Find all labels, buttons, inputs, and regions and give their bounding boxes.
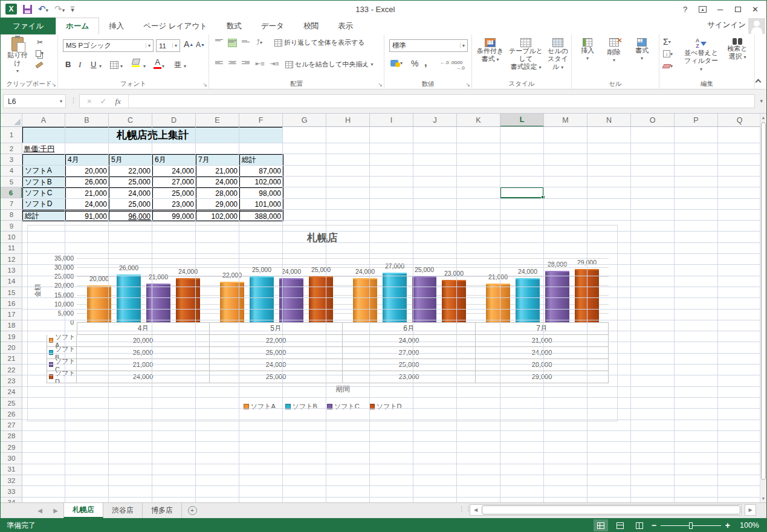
- tab-review[interactable]: 校閲: [294, 18, 328, 34]
- number-dialog-launcher-icon[interactable]: ↘: [465, 82, 470, 88]
- value-cell[interactable]: 25,000: [109, 199, 153, 210]
- bar-ソフトC-7月[interactable]: [545, 271, 569, 322]
- value-cell[interactable]: 25,000: [109, 177, 153, 188]
- zoom-slider[interactable]: [661, 525, 721, 526]
- col-header-L[interactable]: L: [500, 114, 544, 127]
- month-header-cell[interactable]: 総計: [240, 155, 283, 166]
- fill-color-icon[interactable]: [132, 59, 140, 67]
- row-header-3[interactable]: 3: [1, 154, 22, 165]
- font-color-icon[interactable]: A: [154, 57, 161, 69]
- value-cell[interactable]: 102,000: [196, 210, 240, 221]
- conditional-formatting-button[interactable]: 条件付き書式 ▾: [473, 38, 507, 63]
- row-header-7[interactable]: 7: [1, 199, 22, 210]
- value-cell[interactable]: 23,000: [153, 199, 196, 210]
- bar-ソフトD-5月[interactable]: [309, 276, 333, 322]
- value-cell[interactable]: 24,000: [109, 188, 153, 199]
- col-header-K[interactable]: K: [457, 114, 500, 127]
- save-icon[interactable]: [23, 5, 32, 14]
- font-dialog-launcher-icon[interactable]: ↘: [202, 82, 207, 88]
- row-label-cell[interactable]: ソフトA: [23, 166, 66, 177]
- zoom-out-icon[interactable]: −: [652, 521, 656, 530]
- minimize-icon[interactable]: ─: [711, 2, 729, 16]
- delete-cells-button[interactable]: ✕ 削除▾: [602, 38, 626, 64]
- col-header-D[interactable]: D: [152, 114, 196, 127]
- row-label-cell[interactable]: ソフトB: [23, 177, 66, 188]
- clipboard-dialog-launcher-icon[interactable]: ↘: [51, 82, 56, 88]
- format-painter-icon[interactable]: [36, 63, 43, 66]
- percent-style-icon[interactable]: %: [411, 59, 418, 68]
- col-header-H[interactable]: H: [326, 114, 370, 127]
- table-corner-cell[interactable]: [23, 155, 66, 166]
- align-center-icon[interactable]: [228, 61, 236, 68]
- row-header-24[interactable]: 24: [1, 387, 22, 398]
- legend-item-ソフトA[interactable]: ソフトA: [244, 402, 276, 411]
- sheet-tab-shibuya[interactable]: 渋谷店: [103, 503, 143, 518]
- col-header-N[interactable]: N: [587, 114, 631, 127]
- format-as-table-button[interactable]: テーブルとして書式設定 ▾: [507, 38, 545, 71]
- value-cell[interactable]: 388,000: [240, 210, 283, 221]
- legend-item-ソフトD[interactable]: ソフトD: [369, 402, 402, 411]
- tab-formulas[interactable]: 数式: [217, 18, 251, 34]
- row-header-22[interactable]: 22: [1, 365, 22, 375]
- sheet-tab-sapporo[interactable]: 札幌店: [63, 503, 103, 518]
- value-cell[interactable]: 96,000: [109, 210, 153, 221]
- accounting-format-icon[interactable]: ▾: [390, 59, 403, 67]
- row-header-9[interactable]: 9: [1, 221, 22, 232]
- sign-in-link[interactable]: サインイン: [707, 20, 746, 30]
- value-cell[interactable]: 20,000: [66, 166, 109, 177]
- row-header-27[interactable]: 27: [1, 420, 22, 431]
- bar-ソフトC-6月[interactable]: [412, 276, 436, 322]
- new-sheet-button[interactable]: +: [182, 503, 202, 518]
- align-right-icon[interactable]: [242, 61, 250, 68]
- scroll-left-icon[interactable]: ◀: [470, 507, 481, 513]
- row-header-14[interactable]: 14: [1, 276, 22, 287]
- col-header-Q[interactable]: Q: [718, 114, 761, 127]
- row-header-5[interactable]: 5: [1, 177, 22, 187]
- underline-button[interactable]: U: [91, 60, 96, 69]
- align-middle-icon[interactable]: [228, 39, 236, 47]
- bar-ソフトC-5月[interactable]: [279, 278, 303, 322]
- format-cells-button[interactable]: 書式▾: [630, 38, 654, 62]
- bar-ソフトA-7月[interactable]: [486, 284, 510, 322]
- enter-icon[interactable]: ✓: [100, 97, 107, 106]
- month-header-cell[interactable]: 5月: [109, 155, 153, 166]
- fill-icon[interactable]: ↓▾: [663, 50, 673, 57]
- zoom-slider-thumb[interactable]: [689, 522, 693, 529]
- row-header-29[interactable]: 29: [1, 442, 22, 453]
- col-header-I[interactable]: I: [370, 114, 413, 127]
- col-header-M[interactable]: M: [544, 114, 587, 127]
- row-header-33[interactable]: 33: [1, 486, 22, 497]
- select-all-corner[interactable]: [1, 114, 22, 127]
- value-cell[interactable]: 28,000: [196, 188, 240, 199]
- row-header-28[interactable]: 28: [1, 431, 22, 442]
- find-select-button[interactable]: 検索と選択 ▾: [722, 38, 752, 61]
- value-cell[interactable]: 98,000: [240, 188, 283, 199]
- row-header-23[interactable]: 23: [1, 375, 22, 386]
- value-cell[interactable]: 21,000: [196, 166, 240, 177]
- col-header-P[interactable]: P: [675, 114, 718, 127]
- formula-bar-expand-icon[interactable]: ▾: [760, 98, 763, 104]
- name-box[interactable]: L6▾: [3, 94, 66, 108]
- worksheet-title-cell[interactable]: 札幌店売上集計: [22, 127, 283, 143]
- page-break-view-button[interactable]: [632, 519, 647, 531]
- redo-button[interactable]: ↷▾: [54, 4, 65, 15]
- insert-function-icon[interactable]: fx: [115, 97, 121, 106]
- ribbon-display-options-icon[interactable]: ▴: [694, 2, 711, 16]
- bar-ソフトC-4月[interactable]: [146, 284, 170, 322]
- selected-cell[interactable]: [500, 187, 544, 198]
- bar-ソフトD-4月[interactable]: [176, 278, 200, 322]
- col-header-E[interactable]: E: [196, 114, 239, 127]
- row-header-17[interactable]: 17: [1, 310, 22, 320]
- increase-indent-icon[interactable]: ⇥≡: [270, 60, 279, 68]
- value-cell[interactable]: 27,000: [153, 177, 196, 188]
- chart[interactable]: 札幌店 金額 4月5月6月7月ソフトA20,00022,00024,00021,…: [27, 225, 618, 421]
- row-header-13[interactable]: 13: [1, 265, 22, 276]
- row-header-20[interactable]: 20: [1, 342, 22, 353]
- bar-ソフトB-7月[interactable]: [516, 278, 540, 322]
- comma-style-icon[interactable]: ,: [424, 57, 427, 68]
- decrease-decimal-icon[interactable]: .00 →.0: [456, 60, 471, 71]
- tab-view[interactable]: 表示: [328, 18, 363, 34]
- collapse-ribbon-icon[interactable]: [756, 79, 762, 85]
- autosum-icon[interactable]: Σ▾: [663, 37, 671, 47]
- paste-button[interactable]: 貼り付け▾: [4, 37, 31, 75]
